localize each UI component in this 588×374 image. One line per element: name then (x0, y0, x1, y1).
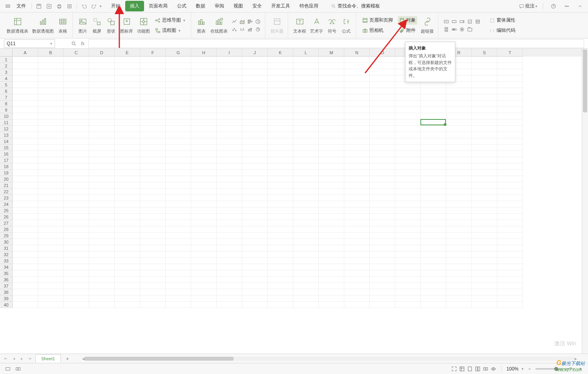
row-header[interactable]: 39 (0, 295, 13, 302)
sheet-tab-active[interactable]: Sheet1 (35, 354, 61, 363)
horizontal-scroll-thumb[interactable] (84, 357, 234, 361)
row-header[interactable]: 9 (0, 107, 13, 113)
tab-data[interactable]: 数据 (191, 1, 210, 11)
row-header[interactable]: 11 (0, 119, 13, 126)
help-icon[interactable] (549, 2, 558, 11)
row-header[interactable]: 16 (0, 151, 13, 157)
sheet-next-icon[interactable]: ▸ (19, 356, 24, 361)
save-icon[interactable] (34, 2, 44, 11)
column-header[interactable]: B (38, 49, 64, 57)
row-header[interactable]: 24 (0, 201, 13, 207)
tab-dev-tools[interactable]: 开发工具 (267, 1, 295, 11)
file-menu[interactable]: 文件 (13, 1, 29, 11)
normal-view-icon[interactable] (459, 366, 465, 372)
object-button[interactable]: 对象 (398, 16, 417, 25)
online-chart-button[interactable]: 在线图表 (208, 15, 230, 37)
zoom-out-button[interactable]: − (527, 366, 532, 372)
search-input[interactable]: 查找命令、搜索模板 (331, 3, 380, 9)
column-header[interactable]: L (293, 49, 319, 57)
pivot-table-button[interactable]: 数据透视表 (5, 15, 30, 37)
row-header[interactable]: 12 (0, 126, 13, 132)
column-header[interactable]: G (166, 49, 191, 57)
column-header[interactable]: J (242, 49, 268, 57)
form-checkbox-icon[interactable] (467, 18, 473, 25)
row-header[interactable]: 8 (0, 101, 13, 107)
scatter-chart-icon[interactable] (231, 26, 237, 33)
area-chart-icon[interactable] (239, 18, 245, 25)
eye-view-icon[interactable] (490, 366, 497, 372)
form-label-icon[interactable] (443, 18, 449, 25)
name-box[interactable]: Q11 ▾ (4, 39, 55, 48)
row-header[interactable]: 35 (0, 270, 13, 277)
header-footer-button[interactable]: 页眉和页脚 (361, 16, 394, 25)
row-header[interactable]: 4 (0, 75, 13, 82)
vertical-scrollbar[interactable] (582, 49, 588, 363)
screenshot-button[interactable]: 截屏 (90, 15, 104, 37)
column-header[interactable]: C (64, 49, 89, 57)
row-header[interactable]: 25 (0, 207, 13, 214)
row-header[interactable]: 10 (0, 113, 13, 119)
row-header[interactable]: 30 (0, 239, 13, 245)
sheet-first-icon[interactable]: ⇤ (3, 356, 9, 361)
row-header[interactable]: 32 (0, 251, 13, 258)
form-spinner-icon[interactable] (443, 26, 449, 33)
icon-library-button[interactable]: 图标库 (118, 15, 135, 37)
fullscreen-view-icon[interactable] (451, 366, 457, 372)
form-option-icon[interactable] (459, 26, 465, 33)
wordart-button[interactable]: 艺术字 (308, 15, 325, 37)
more-icon[interactable] (562, 2, 572, 11)
row-header[interactable]: 40 (0, 302, 13, 308)
row-header[interactable]: 37 (0, 283, 13, 289)
column-header[interactable]: N (344, 49, 370, 57)
hamburger-icon[interactable] (3, 2, 13, 11)
hyperlink-button[interactable]: 超链接 (419, 15, 436, 37)
tab-insert[interactable]: 插入 (125, 1, 144, 11)
camera-button[interactable]: 照相机 (361, 26, 394, 35)
save-as-icon[interactable] (44, 2, 54, 11)
column-header[interactable]: E (115, 49, 140, 57)
tab-security[interactable]: 安全 (248, 1, 267, 11)
row-header[interactable]: 15 (0, 145, 13, 151)
page-break-view-icon[interactable] (475, 366, 481, 372)
column-header[interactable]: D (89, 49, 115, 57)
form-combo-icon[interactable] (459, 18, 465, 25)
zoom-fx-icon[interactable] (71, 40, 77, 47)
print-icon[interactable] (55, 2, 64, 11)
row-header[interactable]: 3 (0, 69, 13, 75)
tab-formula[interactable]: 公式 (172, 1, 191, 11)
column-header[interactable]: S (472, 49, 497, 57)
row-header[interactable]: 31 (0, 245, 13, 251)
row-header[interactable]: 7 (0, 94, 13, 101)
row-header[interactable]: 2 (0, 63, 13, 69)
row-header[interactable]: 13 (0, 132, 13, 138)
tab-start[interactable]: 开始 (106, 1, 125, 11)
textbox-button[interactable]: 文本框 (291, 15, 308, 37)
column-header[interactable]: O (370, 49, 395, 57)
bar-chart-icon[interactable] (247, 18, 253, 25)
shapes-button[interactable]: 形状 (104, 15, 118, 37)
row-header[interactable]: 14 (0, 138, 13, 145)
column-header[interactable]: K (268, 49, 293, 57)
cells-area[interactable] (13, 57, 582, 363)
feature-chart-button[interactable]: 功能图 (135, 15, 152, 37)
status-icon-1[interactable] (5, 366, 11, 372)
status-icon-2[interactable] (15, 366, 21, 372)
column-headers[interactable]: ABCDEFGHIJKLMNOPQRST (13, 49, 582, 57)
column-header[interactable]: F (140, 49, 166, 57)
pivot-chart-button[interactable]: 数据透视图 (30, 15, 56, 37)
column-header[interactable]: H (191, 49, 217, 57)
row-header[interactable]: 19 (0, 170, 13, 176)
horizontal-scrollbar[interactable]: ◂ ▸ (82, 356, 577, 361)
page-layout-view-icon[interactable] (467, 366, 473, 372)
row-header[interactable]: 5 (0, 82, 13, 88)
row-header[interactable]: 33 (0, 258, 13, 264)
form-button-icon[interactable] (451, 18, 457, 25)
form-group-icon[interactable] (467, 26, 473, 33)
row-header[interactable]: 34 (0, 264, 13, 270)
row-headers[interactable]: 1234567891011121314151617181920212223242… (0, 57, 13, 308)
tab-view[interactable]: 视图 (229, 1, 248, 11)
more-charts-icon[interactable] (255, 26, 261, 33)
print-preview-icon[interactable] (65, 2, 74, 11)
row-header[interactable]: 22 (0, 189, 13, 195)
stock-chart-icon[interactable] (239, 26, 245, 33)
